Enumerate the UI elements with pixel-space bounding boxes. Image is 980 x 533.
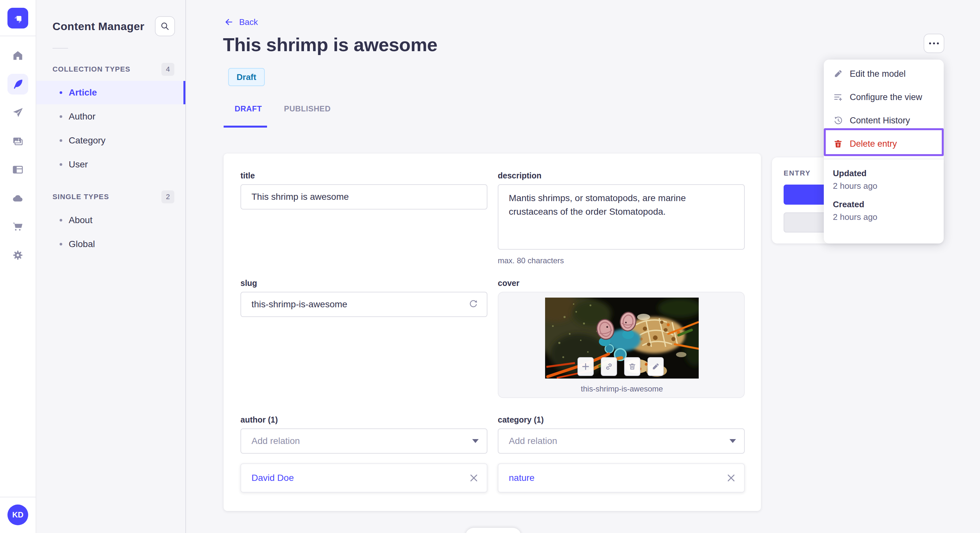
media-library-icon	[12, 135, 24, 148]
trash-icon	[833, 139, 843, 149]
back-label: Back	[239, 17, 258, 27]
entry-meta: Updated 2 hours ago Created 2 hours ago	[824, 159, 944, 231]
remove-category-relation-button[interactable]	[727, 474, 735, 482]
regenerate-slug-button[interactable]	[467, 298, 480, 311]
menu-item-label: Configure the view	[850, 92, 922, 102]
bottom-floating-bar[interactable]	[465, 528, 521, 533]
content-manager-nav-button[interactable]	[8, 74, 28, 95]
bullet-icon	[60, 243, 62, 246]
settings-nav-button[interactable]	[8, 245, 28, 265]
close-icon	[470, 474, 478, 482]
author-label: author (1)	[240, 415, 487, 425]
trash-icon	[628, 362, 636, 371]
sidebar-item-about[interactable]: About	[36, 209, 185, 232]
cart-icon	[12, 220, 24, 233]
home-nav-button[interactable]	[8, 45, 28, 66]
layout-nav-button[interactable]	[8, 159, 28, 180]
search-icon	[160, 21, 170, 31]
search-button[interactable]	[155, 16, 175, 36]
menu-item-content-history[interactable]: Content History	[824, 109, 944, 132]
menu-item-label: Delete entry	[850, 139, 897, 149]
cover-carousel: this-shrimp-is-awesome	[498, 292, 745, 398]
single-types-header: SINGLE TYPES 2	[36, 190, 185, 203]
description-textarea[interactable]: Mantis shrimps, or stomatopods, are mari…	[498, 184, 745, 250]
category-relation-link[interactable]: nature	[509, 473, 535, 483]
updated-label: Updated	[833, 168, 935, 178]
media-library-nav-button[interactable]	[8, 131, 28, 152]
title-input[interactable]	[240, 184, 487, 209]
sidebar-item-label: User	[69, 159, 88, 170]
strapi-logo[interactable]	[8, 8, 28, 29]
version-tabs: DRAFT PUBLISHED	[235, 104, 331, 113]
marketplace-nav-button[interactable]	[8, 216, 28, 237]
updated-value: 2 hours ago	[833, 181, 935, 191]
back-link[interactable]: Back	[224, 17, 258, 27]
delete-asset-button[interactable]	[624, 357, 640, 376]
single-types-list: About Global	[36, 209, 185, 256]
sidebar-title: Content Manager	[52, 20, 145, 33]
home-icon	[12, 49, 24, 62]
bullet-icon	[60, 115, 62, 118]
app-window: KD Content Manager COLLECTION TYPES 4 Ar…	[0, 0, 980, 533]
sidebar-item-user[interactable]: User	[36, 153, 185, 176]
menu-item-label: Content History	[850, 116, 910, 125]
description-field: description Mantis shrimps, or stomatopo…	[498, 171, 745, 265]
status-badge: Draft	[228, 68, 265, 86]
more-options-button[interactable]	[924, 34, 944, 53]
user-avatar[interactable]: KD	[8, 504, 28, 525]
add-asset-button[interactable]	[578, 357, 594, 376]
collection-types-list: Article Author Category User	[36, 81, 185, 176]
description-label: description	[498, 171, 745, 180]
description-hint: max. 80 characters	[498, 256, 745, 265]
menu-item-configure-view[interactable]: Configure the view	[824, 86, 944, 109]
sidebar-item-global[interactable]: Global	[36, 233, 185, 256]
sidebar-item-label: Category	[69, 135, 106, 146]
link-icon	[605, 362, 613, 371]
collection-types-label: COLLECTION TYPES	[52, 65, 130, 73]
created-meta: Created 2 hours ago	[833, 200, 935, 222]
close-icon	[727, 474, 735, 482]
sidebar-item-article[interactable]: Article	[36, 81, 185, 104]
tab-draft[interactable]: DRAFT	[235, 104, 262, 113]
page-title: This shrimp is awesome	[223, 34, 438, 56]
tab-published[interactable]: PUBLISHED	[284, 104, 331, 113]
title-label: title	[240, 171, 487, 180]
sidebar-item-author[interactable]: Author	[36, 105, 185, 128]
edit-asset-button[interactable]	[648, 357, 664, 376]
edit-form-card: title description Mantis shrimps, or sto…	[224, 154, 761, 511]
layout-icon	[12, 163, 24, 176]
author-field: author (1) Add relation David Doe	[240, 415, 487, 493]
pencil-icon	[833, 69, 843, 79]
sidebar-item-label: Global	[69, 239, 95, 249]
title-field: title	[240, 171, 487, 209]
menu-item-edit-model[interactable]: Edit the model	[824, 62, 944, 86]
bullet-icon	[60, 139, 62, 142]
gear-icon	[12, 249, 24, 261]
author-relation-select[interactable]: Add relation	[240, 428, 487, 454]
refresh-icon	[468, 299, 478, 309]
sidebar-item-label: Article	[69, 87, 97, 98]
rail-bottom-divider	[0, 497, 36, 497]
cover-field: cover	[498, 279, 745, 398]
copy-link-button[interactable]	[601, 357, 617, 376]
cloud-nav-button[interactable]	[8, 188, 28, 209]
category-relation-select[interactable]: Add relation	[498, 428, 745, 454]
rail-bottom: KD	[0, 497, 36, 533]
cover-label: cover	[498, 279, 745, 288]
chevron-down-icon	[472, 439, 479, 443]
plus-icon	[581, 362, 590, 371]
rail-nav	[8, 45, 28, 265]
menu-item-delete-entry[interactable]: Delete entry	[824, 132, 944, 155]
rail-divider	[0, 36, 36, 36]
main-content: Back This shrimp is awesome Draft DRAFT …	[186, 0, 980, 533]
configure-list-icon	[833, 92, 843, 102]
slug-input[interactable]	[240, 292, 487, 317]
history-icon	[833, 115, 843, 125]
author-relation-link[interactable]: David Doe	[251, 473, 294, 483]
cloud-icon	[12, 192, 24, 204]
sidebar-item-category[interactable]: Category	[36, 129, 185, 152]
remove-author-relation-button[interactable]	[470, 474, 478, 482]
slug-label: slug	[240, 279, 487, 288]
releases-nav-button[interactable]	[8, 102, 28, 123]
single-types-label: SINGLE TYPES	[52, 193, 109, 201]
